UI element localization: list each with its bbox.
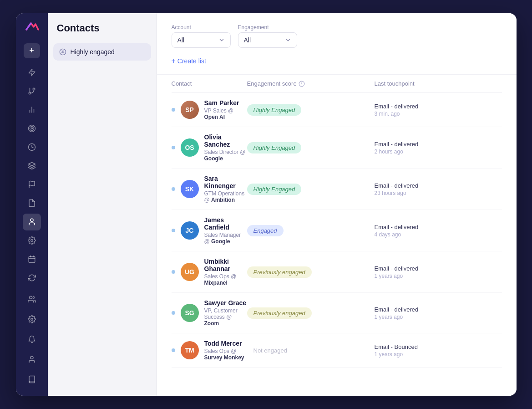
touchpoint-cell: Email - delivered1 years ago xyxy=(375,265,502,279)
contact-cell: JCJames CanfieldSales Manager @ Google xyxy=(172,216,247,245)
avatar: OS xyxy=(181,138,199,157)
contact-col-header: Contact xyxy=(172,80,247,87)
gear-bottom-icon[interactable] xyxy=(23,310,41,328)
contact-cell: SGSawyer GraceVP, Customer Success @ Zoo… xyxy=(172,299,247,327)
avatar: UG xyxy=(181,263,199,281)
touchpoint-label: Email - delivered xyxy=(375,103,502,110)
touchpoint-time: 1 years ago xyxy=(375,351,502,358)
engagement-badge: Engaged xyxy=(247,225,284,236)
avatar: SG xyxy=(181,304,199,322)
avatar: SK xyxy=(181,180,199,198)
avatar: TM xyxy=(181,341,199,359)
sidebar-bottom xyxy=(23,290,41,389)
lightning-nav-icon[interactable] xyxy=(23,64,41,81)
account-filter-label: Account xyxy=(172,24,231,31)
svg-point-20 xyxy=(30,356,33,359)
touchpoint-cell: Email - delivered23 hours ago xyxy=(375,182,502,196)
engagement-cell: Not engaged xyxy=(247,345,375,356)
bar-chart-nav-icon[interactable] xyxy=(23,101,41,118)
svg-point-7 xyxy=(30,127,34,131)
book-bottom-icon[interactable] xyxy=(23,370,41,389)
sync-nav-icon[interactable] xyxy=(23,270,41,286)
filters-header: Account All Engagement All + Create lis xyxy=(157,13,517,75)
contact-cell: OSOlivia SanchezSales Director @ Google xyxy=(172,133,247,162)
filters-row: Account All Engagement All xyxy=(172,24,502,48)
bell-bottom-icon[interactable] xyxy=(23,330,41,348)
user-bottom-icon[interactable] xyxy=(23,350,41,368)
contact-indicator xyxy=(172,229,175,232)
contact-role: VP Sales @ Open AI xyxy=(204,107,247,120)
touchpoint-time: 23 hours ago xyxy=(375,190,502,196)
add-button[interactable]: + xyxy=(24,43,40,58)
contact-role: Sales Manager @ Google xyxy=(204,232,247,245)
engagement-col-header: Engagement score xyxy=(247,80,375,87)
svg-point-12 xyxy=(30,219,33,221)
engagement-cell: Previously engaged xyxy=(247,307,375,319)
git-branch-nav-icon[interactable] xyxy=(23,82,41,99)
document-nav-icon[interactable] xyxy=(23,195,41,212)
team-bottom-icon[interactable] xyxy=(23,290,41,308)
engagement-filter-group: Engagement All xyxy=(238,24,297,48)
target-nav-icon[interactable] xyxy=(23,120,41,137)
table-row[interactable]: UGUmbikki GhannarSales Ops @ MixpanelPre… xyxy=(172,251,502,293)
sidebar-item-highly-engaged[interactable]: Highly engaged xyxy=(53,43,151,61)
engagement-cell: Previously engaged xyxy=(247,266,375,278)
table-row[interactable]: SKSara KinnengerGTM Operations @ Ambitio… xyxy=(172,169,502,210)
table-row[interactable]: SGSawyer GraceVP, Customer Success @ Zoo… xyxy=(172,293,502,333)
engagement-filter-label: Engagement xyxy=(238,24,297,31)
contacts-table: Contact Engagement score Last touchpoint… xyxy=(157,75,517,396)
contact-role: Sales Ops @ Mixpanel xyxy=(204,273,247,286)
create-list-button[interactable]: + Create list xyxy=(172,55,502,67)
contact-role: GTM Operations @ Ambition xyxy=(204,190,247,203)
contact-indicator xyxy=(172,270,175,274)
svg-point-18 xyxy=(29,296,32,299)
page-title: Contacts xyxy=(53,22,151,34)
sidebar-item-label: Highly engaged xyxy=(71,48,115,56)
engagement-badge: Highly Engaged xyxy=(247,184,302,195)
contact-info: Todd MercerSales Ops @ Survey Monkey xyxy=(204,340,247,361)
contact-indicator xyxy=(172,146,175,149)
calendar-nav-icon[interactable] xyxy=(23,251,41,268)
contact-name: Sam Parker xyxy=(204,99,247,107)
table-row[interactable]: TMTodd MercerSales Ops @ Survey MonkeyNo… xyxy=(172,333,502,368)
clock-nav-icon[interactable] xyxy=(23,139,41,156)
engagement-badge: Previously engaged xyxy=(247,307,312,319)
contact-name: Umbikki Ghannar xyxy=(204,258,247,272)
touchpoint-time: 1 years ago xyxy=(375,314,502,320)
layers-nav-icon[interactable] xyxy=(23,158,41,174)
svg-point-19 xyxy=(30,318,33,321)
touchpoint-cell: Email - delivered3 min. ago xyxy=(375,103,502,117)
touchpoint-label: Email - Bounced xyxy=(375,343,502,350)
contact-indicator xyxy=(172,187,175,191)
contact-cell: UGUmbikki GhannarSales Ops @ Mixpanel xyxy=(172,258,247,286)
contact-info: Olivia SanchezSales Director @ Google xyxy=(204,133,247,162)
contact-indicator xyxy=(172,108,175,112)
table-row[interactable]: SPSam ParkerVP Sales @ Open AIHighly Eng… xyxy=(172,93,502,127)
contact-name: Olivia Sanchez xyxy=(204,133,247,148)
account-filter-select[interactable]: All xyxy=(172,32,231,48)
contact-name: Sawyer Grace xyxy=(204,299,247,307)
svg-rect-14 xyxy=(29,256,35,263)
flag-nav-icon[interactable] xyxy=(23,176,41,193)
engagement-cell: Highly Engaged xyxy=(247,184,375,195)
account-filter-group: Account All xyxy=(172,24,231,48)
contact-role: Sales Director @ Google xyxy=(204,149,247,162)
table-row[interactable]: JCJames CanfieldSales Manager @ GoogleEn… xyxy=(172,210,502,251)
engagement-cell: Highly Engaged xyxy=(247,104,375,116)
engagement-cell: Highly Engaged xyxy=(247,142,375,153)
touchpoint-time: 2 hours ago xyxy=(375,148,502,155)
touchpoint-label: Email - delivered xyxy=(375,182,502,189)
filter-icon xyxy=(59,48,67,56)
avatar: SP xyxy=(181,101,199,119)
table-row[interactable]: OSOlivia SanchezSales Director @ GoogleH… xyxy=(172,127,502,169)
contact-info: Sam ParkerVP Sales @ Open AI xyxy=(204,99,247,120)
touchpoint-cell: Email - delivered2 hours ago xyxy=(375,141,502,155)
engagement-badge: Not engaged xyxy=(247,345,294,356)
create-list-plus-icon: + xyxy=(172,57,176,65)
user-nav-icon[interactable] xyxy=(23,214,41,230)
engagement-badge: Highly Engaged xyxy=(247,104,302,116)
touchpoint-label: Email - delivered xyxy=(375,224,502,230)
settings-circle-nav-icon[interactable] xyxy=(23,232,41,249)
app-frame: + xyxy=(16,13,517,396)
engagement-filter-select[interactable]: All xyxy=(238,32,297,48)
